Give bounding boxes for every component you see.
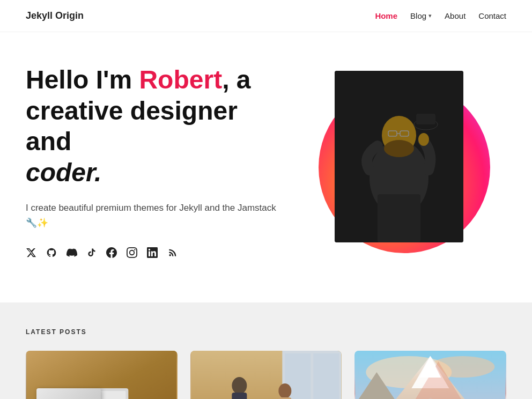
navbar: Jekyll Origin Home Blog ▾ About Contact [0, 0, 532, 32]
svg-point-9 [418, 133, 429, 146]
hero-image-area [302, 71, 506, 253]
twitter-link[interactable] [26, 247, 36, 260]
discord-icon [66, 247, 77, 258]
nav-home[interactable]: Home [375, 11, 397, 20]
post-card[interactable]: Mark Paulo 11 February 2022 [190, 351, 342, 399]
post-card[interactable]: Jodi Harmon 13 February 2022 [26, 351, 178, 399]
svg-rect-13 [61, 391, 125, 399]
facebook-link[interactable] [106, 247, 117, 260]
nav-links: Home Blog ▾ About Contact [375, 11, 506, 21]
svg-line-18 [48, 396, 57, 399]
post-card-image-meeting [190, 351, 342, 399]
hero-text-block: Hello I'm Robert, a creative designer an… [26, 64, 283, 260]
twitter-icon [26, 247, 36, 258]
person-illustration [335, 71, 463, 242]
meeting-svg [190, 351, 342, 399]
svg-point-29 [278, 383, 291, 398]
rss-icon [167, 247, 178, 258]
site-logo[interactable]: Jekyll Origin [26, 10, 84, 21]
svg-rect-28 [232, 393, 247, 399]
instagram-link[interactable] [127, 247, 137, 260]
hero-name: Robert [139, 65, 222, 94]
svg-rect-8 [416, 114, 435, 124]
hero-photo [335, 71, 463, 242]
social-icons-row [26, 247, 283, 260]
github-link[interactable] [46, 247, 57, 260]
svg-rect-10 [378, 194, 420, 242]
post-card-image-mountain [354, 351, 506, 399]
svg-point-3 [384, 140, 414, 157]
nav-blog[interactable]: Blog ▾ [410, 11, 432, 20]
mountain-svg [354, 351, 506, 399]
tiktok-link[interactable] [87, 247, 97, 260]
github-icon [46, 247, 57, 258]
hero-section: Hello I'm Robert, a creative designer an… [0, 32, 532, 302]
svg-rect-25 [313, 353, 339, 399]
desk-svg [26, 351, 178, 399]
section-title: LATEST POSTS [26, 328, 506, 336]
tiktok-icon [87, 247, 97, 258]
hero-italic: coder. [26, 158, 101, 187]
facebook-icon [106, 247, 117, 258]
post-card[interactable]: Shyam Wolf 26 July 2021 [354, 351, 506, 399]
linkedin-link[interactable] [147, 247, 158, 260]
rss-link[interactable] [167, 247, 178, 260]
svg-point-27 [232, 377, 247, 394]
instagram-icon [127, 247, 137, 258]
latest-posts-section: LATEST POSTS [0, 302, 532, 399]
posts-grid: Jodi Harmon 13 February 2022 [26, 351, 506, 399]
hero-subtitle: I create beautiful premium themes for Je… [26, 201, 283, 230]
post-card-image-desk [26, 351, 178, 399]
linkedin-icon [147, 247, 158, 258]
hero-title: Hello I'm Robert, a creative designer an… [26, 64, 283, 188]
chevron-down-icon: ▾ [428, 12, 432, 19]
discord-link[interactable] [66, 247, 77, 260]
svg-point-17 [57, 392, 76, 399]
nav-contact[interactable]: Contact [478, 11, 506, 20]
nav-about[interactable]: About [445, 11, 466, 20]
